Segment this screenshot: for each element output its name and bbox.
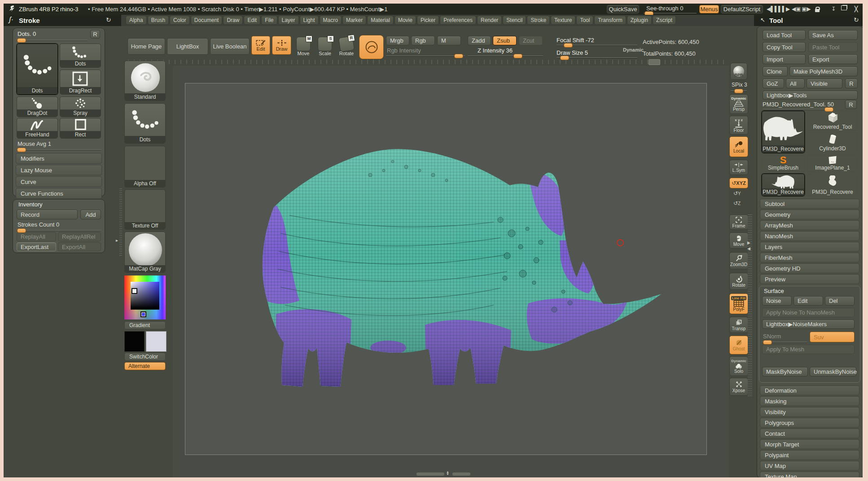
tool-name-slider-knob[interactable] bbox=[824, 107, 833, 112]
menu-alpha[interactable]: Alpha bbox=[126, 16, 147, 25]
lightbox-button[interactable]: LightBox bbox=[167, 38, 208, 55]
copy-tool-button[interactable]: Copy Tool bbox=[763, 42, 806, 52]
current-stroke-tile[interactable]: Dots bbox=[124, 103, 166, 144]
z-intensity-slider-knob[interactable] bbox=[513, 54, 522, 58]
tool-thumb-pm3d-blob[interactable]: PM3D_Recovere bbox=[807, 174, 858, 196]
tool-section-geometry[interactable]: Geometry bbox=[760, 210, 859, 219]
rhino-model[interactable] bbox=[249, 144, 666, 395]
section-lazy-mouse[interactable]: Lazy Mouse bbox=[16, 165, 102, 175]
section-curve-functions[interactable]: Curve Functions bbox=[16, 188, 102, 199]
export-button[interactable]: Export bbox=[808, 54, 858, 64]
tool-section-visibility[interactable]: Visibility bbox=[760, 407, 859, 417]
menu-draw[interactable]: Draw bbox=[223, 16, 243, 25]
current-alpha-tile[interactable]: Alpha Off bbox=[124, 146, 166, 188]
tool-section-masking[interactable]: Masking bbox=[760, 396, 859, 406]
default-zscript-button[interactable]: DefaultZScript bbox=[721, 5, 763, 13]
local-button[interactable]: Local bbox=[729, 136, 748, 157]
scale-mode-button[interactable]: S Scale bbox=[315, 36, 335, 57]
quicksave-button[interactable]: QuickSave bbox=[607, 5, 639, 13]
rot-z-button[interactable]: ↺Z bbox=[733, 200, 741, 206]
ruler-handle[interactable] bbox=[649, 59, 660, 65]
current-matcap-tile[interactable]: MatCap Gray bbox=[124, 232, 166, 273]
menu-color[interactable]: Color bbox=[170, 16, 190, 25]
tray-expand-arrow-right[interactable]: ▶ bbox=[747, 240, 750, 245]
stroke-tile-spray[interactable]: Spray bbox=[60, 96, 101, 117]
tool-section-fibermesh[interactable]: FiberMesh bbox=[760, 253, 859, 262]
menu-macro[interactable]: Macro bbox=[320, 16, 342, 25]
h-scrollbar-right[interactable] bbox=[452, 472, 470, 476]
stroke-tile-dragdot[interactable]: DragDot bbox=[17, 96, 58, 117]
switch-color-button[interactable]: SwitchColor bbox=[124, 353, 166, 361]
tool-refresh-icon[interactable]: ↻ bbox=[854, 16, 859, 23]
bpr-button[interactable]: BPR bbox=[730, 63, 747, 80]
menu-transform[interactable]: Transform bbox=[594, 16, 626, 25]
move-tool-button[interactable]: Move bbox=[729, 232, 748, 249]
section-curve[interactable]: Curve bbox=[16, 176, 102, 187]
strokes-count-slider-track[interactable] bbox=[17, 230, 101, 231]
tool-section-arraymesh[interactable]: ArrayMesh bbox=[760, 220, 859, 230]
unmask-by-noise-button[interactable]: UnmaskByNoise bbox=[810, 367, 856, 376]
focal-shift-slider-knob[interactable] bbox=[564, 43, 573, 48]
section-modifiers[interactable]: Modifiers bbox=[16, 153, 102, 164]
strokes-count-slider-knob[interactable] bbox=[17, 228, 26, 233]
current-tool-thumbnail[interactable]: PM3D_Recovere bbox=[762, 111, 805, 153]
stroke-r-button[interactable]: R bbox=[90, 30, 100, 39]
close-icon[interactable]: ╳ bbox=[855, 6, 858, 12]
zcut-button[interactable]: Zcut bbox=[519, 36, 543, 45]
visible-button[interactable]: Visible bbox=[807, 79, 842, 88]
m-button[interactable]: M bbox=[437, 36, 461, 45]
menu-preferences[interactable]: Preferences bbox=[440, 16, 476, 25]
floor-button[interactable]: x y z Floor bbox=[729, 116, 748, 135]
suv-button[interactable]: Suv bbox=[810, 332, 855, 342]
menu-light[interactable]: Light bbox=[300, 16, 319, 25]
stroke-tile-freehand[interactable]: FreeHand bbox=[17, 118, 58, 139]
menu-tool[interactable]: Tool bbox=[576, 16, 593, 25]
xyz-button[interactable]: ↺ XYZ bbox=[729, 178, 748, 188]
tool-thumb-recovered[interactable]: Recovered_Tool bbox=[807, 111, 858, 131]
record-button[interactable]: Record bbox=[17, 210, 78, 219]
tool-thumb-simplebrush[interactable]: S SimpleBrush bbox=[762, 155, 805, 172]
dots-slider-track[interactable] bbox=[17, 40, 88, 40]
paste-tool-button[interactable]: Paste Tool bbox=[808, 42, 858, 52]
replay-all-button[interactable]: ReplayAll bbox=[17, 232, 56, 241]
lightbox-noisemakers-button[interactable]: Lightbox▶NoiseMakers bbox=[762, 319, 855, 329]
zoom3d-button[interactable]: Zoom3D bbox=[729, 252, 748, 269]
secondary-color-swatch[interactable] bbox=[146, 331, 167, 352]
h-scrollbar-left[interactable] bbox=[416, 472, 444, 476]
stroke-tile-dots[interactable]: Dots bbox=[60, 44, 101, 68]
tool-section-preview[interactable]: Preview bbox=[760, 274, 859, 284]
scroll-arrows-icon[interactable]: ▲▼ bbox=[446, 471, 449, 475]
alternate-button[interactable]: Alternate bbox=[124, 362, 166, 370]
sv-box[interactable] bbox=[131, 282, 159, 310]
tray-collapse-arrow-left[interactable]: ▸ bbox=[116, 238, 118, 243]
tool-section-subtool[interactable]: Subtool bbox=[760, 199, 859, 209]
frame-button[interactable]: Frame bbox=[729, 214, 748, 230]
left-tray-gutter[interactable] bbox=[119, 188, 122, 256]
menu-layer[interactable]: Layer bbox=[278, 16, 299, 25]
menu-render[interactable]: Render bbox=[477, 16, 502, 25]
dock-left-icon[interactable]: ◀▣ bbox=[792, 6, 801, 12]
add-button[interactable]: Add bbox=[80, 210, 101, 219]
stroke-tile-dragrect[interactable]: DragRect bbox=[60, 70, 101, 95]
zadd-button[interactable]: Zadd bbox=[468, 36, 491, 45]
gradient-label[interactable]: Gradient bbox=[124, 321, 166, 329]
menus-toggle-button[interactable]: Menus bbox=[699, 5, 719, 13]
menu-stroke[interactable]: Stroke bbox=[527, 16, 550, 25]
solo-button[interactable]: Dynamic Solo bbox=[729, 356, 748, 376]
replay-all-rel-button[interactable]: ReplayAllRel bbox=[58, 232, 101, 241]
export-last-button[interactable]: ExportLast bbox=[17, 242, 56, 251]
tool-section-contact[interactable]: Contact bbox=[760, 429, 859, 438]
menu-marker[interactable]: Marker bbox=[342, 16, 366, 25]
zsub-button[interactable]: Zsub bbox=[493, 36, 517, 45]
home-page-button[interactable]: Home Page bbox=[127, 38, 165, 55]
menu-document[interactable]: Document bbox=[191, 16, 223, 25]
rgb-button[interactable]: Rgb bbox=[411, 36, 435, 45]
rotate-mode-button[interactable]: R Rotate bbox=[336, 36, 357, 57]
tool-section-nanomesh[interactable]: NanoMesh bbox=[760, 231, 859, 241]
tool-name-slider-track[interactable] bbox=[763, 109, 833, 109]
tool-section-uv-map[interactable]: UV Map bbox=[760, 461, 859, 471]
tool-section-polypaint[interactable]: Polypaint bbox=[760, 450, 859, 460]
tool-thumb-pm3d-small[interactable]: PM3D_Recovere bbox=[762, 174, 805, 196]
tool-section-geometry-hd[interactable]: Geometry HD bbox=[760, 263, 859, 273]
tool-r-button[interactable]: R bbox=[845, 100, 857, 109]
